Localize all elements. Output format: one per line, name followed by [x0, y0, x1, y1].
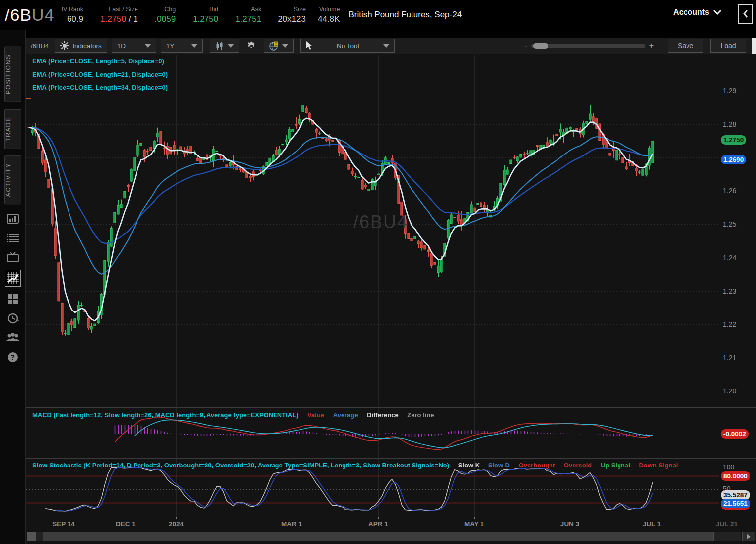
- globe-note-icon: [269, 41, 279, 51]
- compare-dropdown[interactable]: [264, 39, 294, 53]
- field-label: Last / Size: [109, 5, 137, 14]
- hscroll-thumb[interactable]: [43, 532, 714, 541]
- last-size: / 1: [126, 14, 138, 24]
- field-label: Ask: [251, 5, 261, 14]
- toolbar-symbol-label: /6BU4: [31, 42, 49, 50]
- chart-style-dropdown[interactable]: [210, 39, 239, 53]
- study-label-ema21[interactable]: EMA (Price=CLOSE, Length=21, Displace=0): [32, 71, 168, 78]
- caret-down-icon: [282, 44, 288, 48]
- study-label-ema5[interactable]: EMA (Price=CLOSE, Length=5, Displace=0): [32, 57, 164, 65]
- sidebar-icons: ?: [0, 212, 25, 364]
- chart-icon[interactable]: [5, 270, 21, 287]
- save-button[interactable]: Save: [668, 39, 703, 53]
- chart-settings-button[interactable]: [244, 39, 259, 53]
- field-value: .0059: [155, 14, 176, 25]
- chart-panel: /6BU4 Indicators 1D 1Y: [26, 30, 756, 544]
- field-label: Volume: [319, 5, 340, 14]
- tool-label: No Tool: [337, 42, 359, 50]
- zoom-slider[interactable]: [531, 44, 645, 48]
- tv-icon[interactable]: [5, 250, 21, 264]
- caret-down-icon: [228, 44, 234, 48]
- macd-axis[interactable]: -0.0002: [719, 408, 756, 458]
- sidebar-tab-activity[interactable]: ACTIVITY: [4, 155, 21, 204]
- stoch-legend-oversold: Oversold: [564, 462, 592, 469]
- sidebar-tab-trade[interactable]: TRADE: [4, 109, 21, 149]
- time-axis-tick: [652, 517, 652, 519]
- collapse-panel-button[interactable]: [738, 4, 753, 24]
- stoch-axis-100: 100: [723, 463, 734, 471]
- close-price-badge: 1.2690: [721, 155, 746, 164]
- list-icon[interactable]: [5, 231, 21, 245]
- stoch-study-label[interactable]: Slow Stochastic (K Period=14, D Period=3…: [32, 462, 449, 469]
- zoom-slider-thumb[interactable]: [533, 43, 548, 49]
- time-axis-label: MAR 1: [281, 520, 302, 528]
- time-axis-tick: [64, 517, 64, 519]
- stochastic-axis[interactable]: 100 80.0000 50 35.5287 20.0000 21.5651: [719, 459, 756, 517]
- timeframe-dropdown[interactable]: 1D: [112, 39, 156, 53]
- macd-pane: MACD (Fast length=12, Slow length=26, MA…: [26, 408, 756, 458]
- field-chg: Chg .0059: [155, 5, 176, 25]
- hscroll-right-button[interactable]: [742, 532, 755, 541]
- field-value: 1.2750: [193, 14, 218, 25]
- panel-collapse-handle[interactable]: [752, 38, 756, 54]
- time-axis-label: DEC 1: [116, 520, 136, 528]
- price-axis[interactable]: 1.2750 1.2690 1.291.281.261.251.241.231.…: [719, 55, 756, 407]
- field-label: IV Rank: [62, 5, 83, 14]
- price-axis-label: 1.23: [723, 287, 736, 296]
- stoch-legend-upsignal: Up Signal: [601, 462, 630, 469]
- field-last-size: Last / Size 1.2750 / 1: [100, 5, 138, 25]
- macd-study-label[interactable]: MACD (Fast length=12, Slow length=26, MA…: [32, 411, 298, 419]
- chevron-down-icon: [713, 10, 721, 15]
- grid-icon[interactable]: [5, 292, 21, 306]
- gear-icon: [247, 41, 256, 51]
- news-icon[interactable]: [5, 212, 21, 226]
- range-dropdown[interactable]: 1Y: [161, 39, 203, 53]
- instrument-description: British Pound Futures, Sep-24: [348, 10, 462, 20]
- price-axis-label: 1.24: [723, 253, 736, 262]
- caret-down-icon: [191, 44, 197, 48]
- range-value: 1Y: [166, 42, 175, 50]
- time-axis-tick: [378, 517, 379, 519]
- price-axis-label: 1.20: [723, 387, 736, 395]
- price-axis-label: 1.29: [723, 86, 736, 95]
- field-label: Bid: [209, 5, 218, 14]
- macd-value-badge: -0.0002: [721, 429, 749, 439]
- indicators-label: Indicators: [72, 42, 102, 50]
- macd-legend: MACD (Fast length=12, Slow length=26, MA…: [32, 411, 717, 419]
- zoom-out-button[interactable]: -: [524, 41, 527, 50]
- time-axis-tick: [292, 517, 292, 519]
- field-volume: Volume 44.8K: [318, 5, 340, 25]
- candlestick-style-icon: [215, 41, 224, 50]
- quote-header: /6BU4 IV Rank 60.9 Last / Size 1.2750 / …: [0, 0, 756, 30]
- macd-legend-average: Average: [333, 411, 358, 419]
- field-label: Chg: [164, 5, 176, 14]
- field-value: 60.9: [67, 14, 83, 25]
- chart-hscrollbar: [26, 531, 756, 543]
- time-axis-tick: [474, 517, 475, 519]
- studies-burst-icon: [60, 41, 69, 50]
- load-button[interactable]: Load: [710, 39, 746, 53]
- field-iv-rank: IV Rank 60.9: [62, 5, 83, 25]
- help-icon[interactable]: ?: [5, 350, 21, 364]
- sidebar-tab-positions[interactable]: POSITIONS: [4, 47, 21, 102]
- symbol-suffix: U4: [32, 5, 54, 24]
- indicators-button[interactable]: Indicators: [55, 39, 107, 53]
- accounts-menu[interactable]: Accounts: [673, 8, 721, 17]
- stoch-legend-slowd: Slow D: [488, 462, 510, 469]
- time-axis[interactable]: SEP 14DEC 12024MAR 1APR 1MAY 1JUN 3JUL 1…: [26, 517, 756, 530]
- price-axis-label: 1.22: [723, 320, 736, 329]
- community-people-icon[interactable]: [5, 331, 21, 345]
- study-label-ema34[interactable]: EMA (Price=CLOSE, Length=34, Displace=0): [32, 84, 168, 91]
- cursor-arrow-icon: [306, 41, 313, 50]
- macd-legend-difference: Difference: [367, 411, 399, 419]
- chevron-left-icon: [743, 10, 748, 18]
- price-pane: EMA (Price=CLOSE, Length=5, Displace=0) …: [26, 55, 756, 407]
- last-price: 1.2750: [100, 14, 126, 24]
- hscroll-left-button[interactable]: [27, 532, 36, 541]
- history-clock-icon[interactable]: [5, 311, 21, 325]
- drawing-tool-dropdown[interactable]: No Tool: [300, 39, 395, 53]
- zoom-in-button[interactable]: +: [649, 41, 654, 50]
- field-ask: Ask 1.2751: [235, 5, 261, 25]
- chart-toolbar-strip: /6BU4 Indicators 1D 1Y: [26, 38, 756, 54]
- time-axis-tick: [727, 517, 727, 519]
